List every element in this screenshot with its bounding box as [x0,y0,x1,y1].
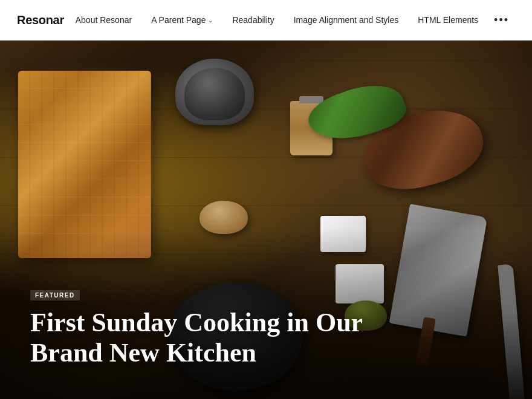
site-header: Resonar About Resonar A Parent Page ⌄ Re… [0,0,532,41]
nav-more-button[interactable]: ••• [488,0,515,41]
hero-title[interactable]: First Sunday Cooking in Our Brand New Ki… [30,308,405,369]
nav-item-about[interactable]: About Resonar [66,0,141,41]
nav-item-readability[interactable]: Readability [222,0,284,41]
nav-item-html-elements[interactable]: HTML Elements [408,0,488,41]
site-logo[interactable]: Resonar [17,13,64,27]
small-bowl-decoration [199,201,248,234]
featured-badge: FEATURED [30,290,80,300]
mortar-decoration [175,59,254,125]
hero-section: FEATURED First Sunday Cooking in Our Bra… [0,41,532,399]
hero-content: FEATURED First Sunday Cooking in Our Bra… [30,289,502,369]
chevron-down-icon: ⌄ [208,0,213,41]
main-nav: About Resonar A Parent Page ⌄ Readabilit… [66,0,515,41]
nav-item-parent[interactable]: A Parent Page ⌄ [141,0,222,41]
nav-item-image-alignment[interactable]: Image Alignment and Styles [284,0,409,41]
